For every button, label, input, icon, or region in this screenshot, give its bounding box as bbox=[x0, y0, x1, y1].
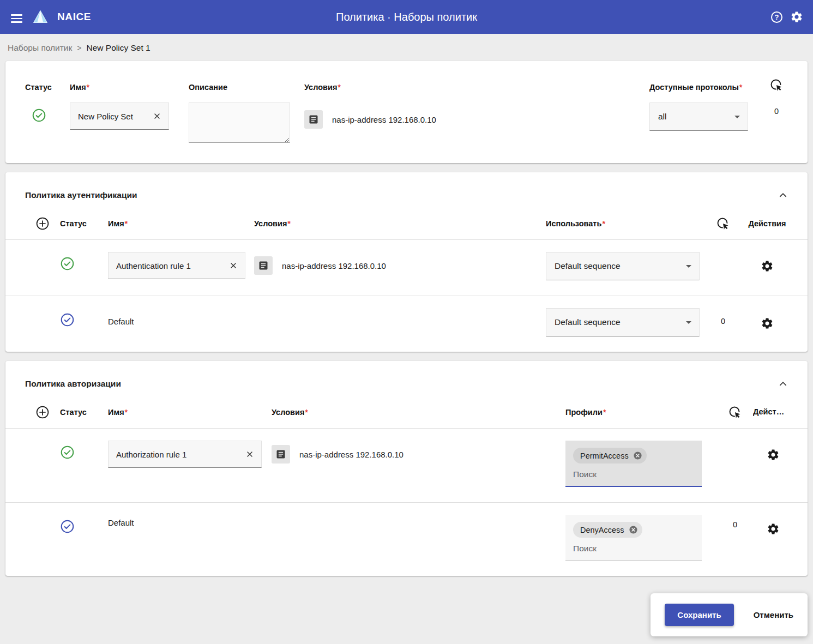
column-header-name: Имя* bbox=[108, 408, 272, 417]
authorization-policy-card: Политика авторизации Статус Имя* Условия… bbox=[5, 361, 808, 576]
use-sequence-value: Default sequence bbox=[555, 261, 621, 271]
column-header-conditions: Условия* bbox=[272, 408, 565, 417]
rule-name-input[interactable] bbox=[116, 450, 243, 459]
column-header-status: Статус bbox=[60, 219, 108, 228]
section-title-authorization: Политика авторизации bbox=[25, 379, 121, 389]
profile-search-input[interactable]: Поиск bbox=[573, 544, 694, 553]
status-toggle[interactable] bbox=[60, 256, 75, 271]
authentication-policy-card: Политика аутентификации Статус Имя* Усло… bbox=[5, 172, 808, 352]
authentication-default-row: Default Default sequence 0 bbox=[5, 296, 808, 352]
column-header-conditions: Условия* bbox=[254, 219, 546, 228]
status-toggle[interactable] bbox=[32, 108, 46, 123]
status-toggle[interactable] bbox=[60, 519, 75, 534]
profiles-field[interactable]: DenyAccess Поиск bbox=[565, 515, 702, 561]
column-header-name: Имя* bbox=[108, 219, 254, 228]
gear-icon bbox=[767, 522, 780, 535]
breadcrumb-separator: > bbox=[77, 44, 81, 52]
status-toggle[interactable] bbox=[60, 312, 75, 327]
clear-name-button[interactable] bbox=[150, 109, 164, 123]
default-rule-name: Default bbox=[108, 308, 254, 326]
status-enabled-icon bbox=[60, 256, 75, 271]
condition-chip[interactable]: nas-ip-address 192.168.0.10 bbox=[254, 256, 546, 275]
collapse-authentication-button[interactable] bbox=[775, 187, 791, 203]
profile-chip: DenyAccess bbox=[573, 522, 642, 538]
policy-set-name-input[interactable] bbox=[78, 112, 150, 121]
profile-search-input[interactable]: Поиск bbox=[573, 470, 694, 479]
condition-text: nas-ip-address 192.168.0.10 bbox=[282, 261, 386, 270]
column-header-hits bbox=[760, 61, 793, 103]
row-actions-button[interactable] bbox=[761, 260, 774, 273]
column-header-hits bbox=[717, 406, 753, 419]
remove-profile-icon[interactable] bbox=[629, 525, 638, 534]
menu-button[interactable] bbox=[10, 9, 23, 25]
breadcrumb-parent-link[interactable]: Наборы политик bbox=[8, 43, 72, 53]
default-rule-name: Default bbox=[108, 515, 272, 527]
condition-article-icon bbox=[304, 110, 323, 129]
policy-set-card: Статус Имя* Описание Условия* Доступные … bbox=[5, 61, 808, 163]
cancel-button[interactable]: Отменить bbox=[754, 610, 793, 619]
column-header-hits bbox=[705, 217, 741, 230]
condition-article-icon bbox=[272, 445, 290, 464]
settings-button[interactable] bbox=[790, 10, 803, 23]
column-header-description: Описание bbox=[189, 61, 304, 103]
authentication-rule-row: nas-ip-address 192.168.0.10 Default sequ… bbox=[5, 240, 808, 296]
chevron-down-icon bbox=[734, 116, 740, 118]
close-icon bbox=[153, 112, 161, 121]
row-actions-button[interactable] bbox=[761, 317, 774, 330]
add-authorization-rule-button[interactable] bbox=[35, 405, 50, 419]
profiles-field[interactable]: PermitAccess Поиск bbox=[565, 441, 702, 487]
policy-set-description-textarea[interactable] bbox=[189, 103, 290, 143]
save-button[interactable]: Сохранить bbox=[665, 604, 733, 626]
profile-chip-label: PermitAccess bbox=[580, 452, 629, 460]
column-header-protocols: Доступные протоколы* bbox=[649, 61, 760, 103]
app-bar: NAICE Политика · Наборы политик ? bbox=[0, 0, 813, 34]
section-title-authentication: Политика аутентификации bbox=[25, 190, 137, 200]
help-icon: ? bbox=[771, 11, 782, 23]
column-header-name: Имя* bbox=[70, 61, 189, 103]
authorization-rule-row: nas-ip-address 192.168.0.10 PermitAccess… bbox=[5, 429, 808, 502]
profile-chip: PermitAccess bbox=[573, 448, 647, 464]
rule-name-field-wrap bbox=[108, 252, 245, 279]
hit-counter-icon bbox=[770, 79, 783, 92]
breadcrumb-current: New Policy Set 1 bbox=[86, 43, 150, 53]
column-header-use: Использовать* bbox=[546, 219, 705, 228]
remove-profile-icon[interactable] bbox=[633, 451, 642, 460]
use-sequence-select[interactable]: Default sequence bbox=[546, 252, 700, 280]
column-header-profiles: Профили* bbox=[565, 408, 717, 417]
chevron-up-icon bbox=[777, 189, 789, 201]
gear-icon bbox=[790, 10, 803, 23]
gear-icon bbox=[761, 317, 774, 330]
hit-count: 0 bbox=[760, 107, 793, 145]
brand-name: NAICE bbox=[57, 11, 91, 23]
column-header-status: Статус bbox=[60, 408, 108, 417]
collapse-authorization-button[interactable] bbox=[775, 376, 791, 392]
column-header-actions: Действия bbox=[753, 407, 793, 418]
protocols-select-value: all bbox=[658, 112, 667, 122]
column-header-conditions: Условия* bbox=[304, 61, 649, 103]
clear-name-button[interactable] bbox=[243, 447, 257, 461]
condition-chip[interactable]: nas-ip-address 192.168.0.10 bbox=[272, 445, 565, 464]
column-header-status: Статус bbox=[25, 61, 70, 103]
row-actions-button[interactable] bbox=[767, 522, 780, 535]
gear-icon bbox=[761, 260, 774, 273]
rule-name-field-wrap bbox=[108, 441, 262, 468]
status-default-icon bbox=[60, 312, 75, 327]
condition-chip[interactable]: nas-ip-address 192.168.0.10 bbox=[304, 110, 649, 129]
breadcrumb: Наборы политик > New Policy Set 1 bbox=[0, 34, 813, 61]
status-enabled-icon bbox=[32, 108, 46, 123]
profile-chip-label: DenyAccess bbox=[580, 526, 624, 534]
clear-name-button[interactable] bbox=[226, 258, 240, 273]
hit-counter-icon bbox=[728, 406, 742, 419]
status-toggle[interactable] bbox=[60, 445, 75, 460]
footer-actions: Сохранить Отменить bbox=[651, 593, 808, 636]
protocols-select[interactable]: all bbox=[649, 103, 748, 131]
help-button[interactable]: ? bbox=[771, 11, 782, 23]
status-enabled-icon bbox=[60, 445, 75, 460]
row-actions-button[interactable] bbox=[767, 448, 780, 461]
use-sequence-select[interactable]: Default sequence bbox=[546, 308, 700, 336]
brand-logo-icon bbox=[32, 9, 49, 25]
condition-article-icon bbox=[254, 256, 273, 275]
page-title: Политика · Наборы политик bbox=[0, 11, 813, 23]
rule-name-input[interactable] bbox=[116, 261, 226, 270]
add-authentication-rule-button[interactable] bbox=[35, 216, 50, 231]
